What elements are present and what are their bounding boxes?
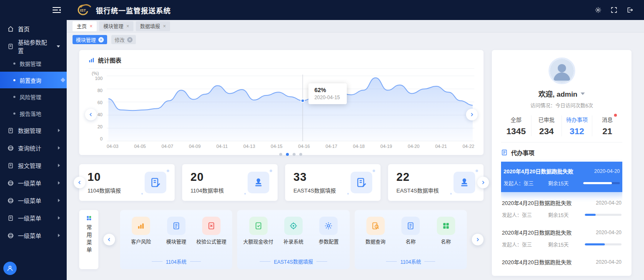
quick-group-label: 1104系统 [400,258,421,265]
tab-bar: 主页 × 模块管理 × 数据填报 × [67,20,644,32]
fullscreen-button[interactable] [611,7,617,13]
tab-data-fill[interactable]: 数据填报 × [136,21,170,31]
chevron-left-icon [88,112,93,117]
quick-menu-tag: 常用菜单 [79,210,98,269]
chart-header: 统计图表 [88,56,474,69]
divider [316,261,327,262]
stat-label: 全部 [511,115,521,123]
stat-pending[interactable]: 待办事项 312 [561,115,592,136]
sidebar-item-label: 数据管理 [18,126,41,135]
chart-plot[interactable]: 62% 2020-04-15 [107,75,474,141]
sidebar-subitem-pre-query[interactable]: 前置查询 [0,72,67,88]
tab-home[interactable]: 主页 × [73,21,97,31]
chip-module-mgmt[interactable]: 模块管理 × [73,35,107,44]
quick-item-formula-check[interactable]: 校验公式管理 [194,217,229,245]
sidebar-subitem-data-mgmt[interactable]: 数据管理 [0,55,67,72]
stat-card-1104-audit[interactable]: 20 1104数据审核 [182,164,278,201]
stat-card-1104-fill[interactable]: 10 1104数据填报 [79,164,175,201]
quick-group-label: EAST4S数据填报 [274,258,313,265]
body: 首页 基础参数配置 数据管理 前置查询 风险管理 报告落地 [0,20,644,280]
chart-next-button[interactable] [466,109,478,120]
quick-item-supplement-system[interactable]: 补录系统 [276,217,311,245]
sidebar-subitem-risk-mgmt[interactable]: 风险管理 [0,88,67,105]
document-icon [8,215,14,221]
quick-item-label: 模块管理 [166,238,186,245]
logout-button[interactable] [626,7,633,13]
quick-item-label: 名称 [406,238,416,245]
sidebar-collapse-button[interactable] [53,7,61,13]
stat-all[interactable]: 全部 1345 [501,115,531,136]
tab-close-icon[interactable]: × [126,24,129,29]
sidebar-item-menu-1[interactable]: 一级菜单 [0,174,67,192]
chip-close-icon[interactable]: × [127,37,133,42]
app-logo: IST 银行统一监管报送系统 [73,3,171,17]
quick-group-footer: 1104系统 [355,258,467,265]
sidebar-item-data-mgmt[interactable]: 数据管理 [0,122,67,139]
quick-group-footer: EAST4S数据填报 [237,258,349,265]
logo-text: IST [80,8,86,12]
sidebar-item-message-mgmt[interactable]: 报文管理 [0,157,67,174]
quick-menu-prev-button[interactable] [103,234,115,245]
sphere-icon [8,232,14,239]
x-tick: 04-11 [216,144,228,149]
tab-close-icon[interactable]: × [90,24,93,29]
quick-item-module-mgmt[interactable]: 模块管理 [159,217,194,245]
todo-item[interactable]: 2020年4月20日数据跑批失败 2020-04-20 发起人：张三 剩余15天 [501,223,622,253]
pager-dot[interactable] [293,153,296,156]
stat-messages[interactable]: 消息 21 [592,115,622,136]
grid-icon [86,215,92,221]
sidebar-item-menu-2[interactable]: 一级菜单 [0,192,67,209]
sidebar-item-base-config[interactable]: 基础参数配置 [0,38,67,55]
sidebar-item-label: 查询统计 [18,144,41,152]
quick-group-items: 数据查询 名称 [355,217,467,245]
tab-module-mgmt[interactable]: 模块管理 × [99,21,133,31]
chevron-right-icon [58,129,60,132]
sidebar-item-label: 一级菜单 [18,231,41,240]
sidebar-item-home[interactable]: 首页 [0,20,67,38]
quick-item-customer-risk[interactable]: 客户风险 [123,217,158,245]
x-tick: 04-21 [435,144,447,149]
stat-approved[interactable]: 已审批 234 [531,115,561,136]
sidebar-subitem-report-landing[interactable]: 报告落地 [0,105,67,122]
sidebar-help-button[interactable] [3,262,17,275]
avatar[interactable] [549,58,575,84]
pager-dot[interactable] [286,153,289,156]
pager-dot[interactable] [279,153,282,156]
quick-item-name-1[interactable]: 名称 [393,217,428,245]
tab-close-icon[interactable]: × [163,24,166,29]
quick-item-param-config[interactable]: 参数配置 [311,217,346,245]
chart-prev-button[interactable] [85,109,97,120]
quick-group-1104: 客户风险 模块管理 [120,210,232,269]
chip-close-icon[interactable]: × [98,37,104,42]
stats-prev-button[interactable] [74,177,85,188]
stat-value: 22 [396,171,439,184]
todo-item[interactable]: 2020年4月20日数据跑批失败 2020-04-20 发起人：张三 剩余15天 [501,162,622,192]
welcome-row[interactable]: 欢迎, admin [501,88,622,99]
sidebar-item-menu-4[interactable]: 一级菜单 [0,227,67,244]
header-actions [595,7,644,13]
pager-dot[interactable] [299,153,302,156]
content: 统计图表 (%) 100 80 [67,47,644,280]
app: IST 银行统一监管报送系统 首页 基础参数配置 [0,0,644,280]
settings-button[interactable] [595,7,601,13]
quick-item-name-2[interactable]: 名称 [428,217,464,245]
sidebar-item-menu-3[interactable]: 一级菜单 [0,209,67,227]
stats-next-button[interactable] [477,177,489,188]
stat-card-east4s-audit[interactable]: 22 EAST4S数据审核 [388,164,484,201]
quick-item-cash-payment[interactable]: 大额现金收付 [241,217,276,245]
todo-item[interactable]: 2020年4月20日数据跑批失败 2020-04-20 发起人：张三 剩余4天 [501,253,622,268]
sidebar-subitem-label: 数据管理 [20,60,41,68]
stat-label: 1104数据填报 [88,186,121,194]
quick-menu-next-button[interactable] [472,234,484,245]
chevron-down-icon [581,92,585,95]
todo-item[interactable]: 2020年4月20日数据跑批失败 2020-04-20 发起人：张三 剩余15天 [501,194,622,223]
sidebar-item-query-stats[interactable]: 查询统计 [0,139,67,157]
stat-card-east4s-fill[interactable]: 33 EAST4S数据填报 [285,164,381,201]
todo-initiator: 发起人：张三 [502,211,532,218]
y-tick: 0 [100,136,103,141]
bullet-icon [13,79,15,81]
quick-item-data-query[interactable]: 数据查询 [358,217,393,245]
chevron-right-icon [58,199,60,202]
chip-edit[interactable]: 修改 × [111,35,136,44]
quick-item-label: 参数配置 [318,238,338,245]
